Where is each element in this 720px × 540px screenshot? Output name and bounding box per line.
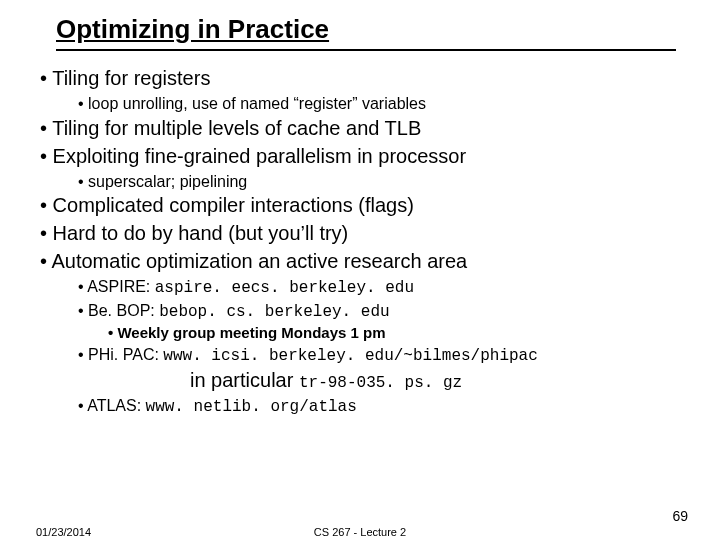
bullet-loop-unrolling: loop unrolling, use of named “register” … [76, 93, 684, 115]
bullet-weekly-meeting: Weekly group meeting Mondays 1 pm [106, 323, 684, 343]
bullet-hard-by-hand: Hard to do by hand (but you’ll try) [36, 220, 684, 246]
sub-sub-list: Weekly group meeting Mondays 1 pm [106, 323, 684, 343]
aspire-label: ASPIRE: [87, 278, 155, 295]
bullet-list: Tiling for registers [36, 65, 684, 91]
bullet-phipac: PHi. PAC: www. icsi. berkeley. edu/~bilm… [76, 344, 684, 395]
sub-list: superscalar; pipelining [76, 171, 684, 193]
aspire-url: aspire. eecs. berkeley. edu [155, 279, 414, 297]
sub-list: PHi. PAC: www. icsi. berkeley. edu/~bilm… [76, 344, 684, 419]
bebop-label: Be. BOP: [88, 302, 159, 319]
bullet-compiler-flags: Complicated compiler interactions (flags… [36, 192, 684, 218]
phipac-cont: in particular tr-98-035. ps. gz [190, 367, 684, 395]
bebop-url: bebop. cs. berkeley. edu [159, 303, 389, 321]
bullet-atlas: ATLAS: www. netlib. org/atlas [76, 395, 684, 419]
bullet-list: Complicated compiler interactions (flags… [36, 192, 684, 274]
bullet-auto-opt: Automatic optimization an active researc… [36, 248, 684, 274]
atlas-label: ATLAS: [87, 397, 145, 414]
phipac-label: PHi. PAC: [88, 346, 163, 363]
sub-list: loop unrolling, use of named “register” … [76, 93, 684, 115]
bullet-bebop: Be. BOP: bebop. cs. berkeley. edu [76, 300, 684, 324]
phipac-url: www. icsi. berkeley. edu/~bilmes/phipac [163, 347, 537, 365]
footer-center: CS 267 - Lecture 2 [0, 526, 720, 538]
phipac-file: tr-98-035. ps. gz [299, 374, 462, 392]
sub-list: ASPIRE: aspire. eecs. berkeley. edu Be. … [76, 276, 684, 323]
bullet-tiling-cache: Tiling for multiple levels of cache and … [36, 115, 684, 141]
slide: Optimizing in Practice Tiling for regist… [0, 0, 720, 418]
bullet-tiling-registers: Tiling for registers [36, 65, 684, 91]
slide-title: Optimizing in Practice [56, 14, 676, 51]
atlas-url: www. netlib. org/atlas [146, 398, 357, 416]
bullet-parallelism: Exploiting fine-grained parallelism in p… [36, 143, 684, 169]
bullet-superscalar: superscalar; pipelining [76, 171, 684, 193]
bullet-aspire: ASPIRE: aspire. eecs. berkeley. edu [76, 276, 684, 300]
bullet-list: Tiling for multiple levels of cache and … [36, 115, 684, 169]
phipac-cont-label: in particular [190, 369, 299, 391]
footer-page-number: 69 [672, 508, 688, 524]
